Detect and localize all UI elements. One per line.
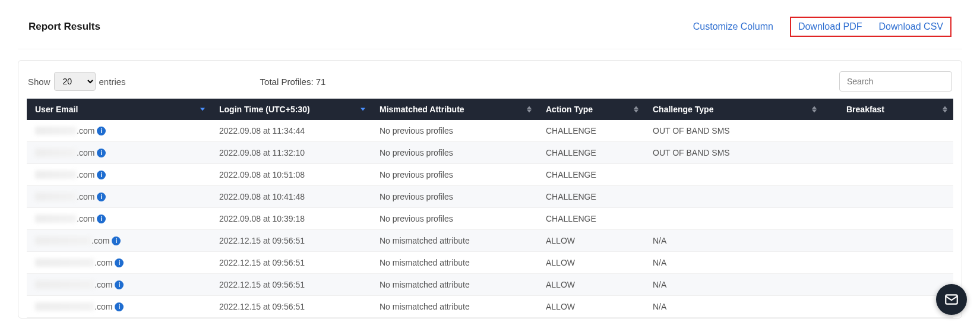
info-icon[interactable]: i	[115, 258, 124, 267]
cell-action-type: CHALLENGE	[538, 120, 644, 142]
cell-email: .comi	[27, 186, 211, 208]
redacted-email-prefix	[35, 171, 77, 179]
cell-mismatch: No previous profiles	[371, 120, 538, 142]
info-icon[interactable]: i	[112, 236, 121, 245]
cell-breakfast	[823, 142, 953, 164]
cell-action-type: CHALLENGE	[538, 164, 644, 186]
cell-login-time: 2022.12.15 at 09:56:51	[211, 252, 371, 274]
cell-email: .comi	[27, 230, 211, 252]
redacted-email-prefix	[35, 127, 77, 135]
header-row: Report Results Customize Column Download…	[18, 12, 962, 49]
column-header[interactable]: Login Time (UTC+5:30)	[211, 99, 371, 120]
table-row: .comi2022.09.08 at 10:51:08No previous p…	[27, 164, 953, 186]
download-pdf-link[interactable]: Download PDF	[798, 21, 862, 32]
cell-login-time: 2022.12.15 at 09:56:51	[211, 230, 371, 252]
column-label: User Email	[35, 105, 78, 114]
cell-breakfast	[823, 230, 953, 252]
cell-login-time: 2022.09.08 at 10:51:08	[211, 164, 371, 186]
cell-login-time: 2022.09.08 at 11:34:44	[211, 120, 371, 142]
cell-action-type: ALLOW	[538, 274, 644, 296]
table-row: .comi2022.09.08 at 10:41:48No previous p…	[27, 186, 953, 208]
info-icon[interactable]: i	[97, 193, 106, 201]
column-header[interactable]: Action Type	[538, 99, 644, 120]
results-card: Show 102050100 entries Total Profiles: 7…	[18, 60, 962, 318]
cell-mismatch: No mismatched attribute	[371, 230, 538, 252]
cell-login-time: 2022.09.08 at 10:39:18	[211, 208, 371, 230]
cell-mismatch: No mismatched attribute	[371, 296, 538, 318]
chat-fab-button[interactable]	[936, 284, 967, 315]
sort-icon	[634, 106, 638, 113]
email-suffix: .com	[77, 126, 94, 135]
search-input[interactable]	[839, 71, 952, 92]
cell-login-time: 2022.12.15 at 09:56:51	[211, 296, 371, 318]
download-csv-link[interactable]: Download CSV	[879, 21, 944, 32]
controls-left: Show 102050100 entries Total Profiles: 7…	[28, 72, 325, 91]
column-header[interactable]: Mismatched Attribute	[371, 99, 538, 120]
email-suffix: .com	[91, 236, 109, 245]
cell-breakfast	[823, 186, 953, 208]
cell-breakfast	[823, 296, 953, 318]
cell-action-type: CHALLENGE	[538, 186, 644, 208]
cell-action-type: ALLOW	[538, 252, 644, 274]
page-title: Report Results	[29, 21, 100, 33]
table-body: .comi2022.09.08 at 11:34:44No previous p…	[27, 120, 953, 318]
cell-login-time: 2022.09.08 at 11:32:10	[211, 142, 371, 164]
email-suffix: .com	[77, 148, 94, 157]
cell-challenge-type	[644, 208, 823, 230]
info-icon[interactable]: i	[97, 171, 106, 179]
info-icon[interactable]: i	[97, 149, 106, 157]
sort-icon	[812, 106, 817, 113]
info-icon[interactable]: i	[115, 280, 124, 289]
header-links: Customize Column Download PDF Download C…	[693, 17, 951, 37]
cell-challenge-type: N/A	[644, 274, 823, 296]
column-header[interactable]: User Email	[27, 99, 211, 120]
info-icon[interactable]: i	[115, 302, 124, 311]
cell-email: .comi	[27, 208, 211, 230]
info-icon[interactable]: i	[97, 127, 106, 135]
sort-icon	[527, 106, 532, 113]
table-row: .comi2022.09.08 at 11:32:10No previous p…	[27, 142, 953, 164]
redacted-email-prefix	[35, 258, 94, 267]
cell-email: .comi	[27, 296, 211, 318]
column-label: Challenge Type	[653, 105, 713, 114]
email-suffix: .com	[94, 302, 112, 311]
cell-email: .comi	[27, 252, 211, 274]
results-table: User EmailLogin Time (UTC+5:30)Mismatche…	[27, 99, 953, 318]
cell-action-type: CHALLENGE	[538, 142, 644, 164]
cell-challenge-type: OUT OF BAND SMS	[644, 120, 823, 142]
cell-mismatch: No mismatched attribute	[371, 274, 538, 296]
cell-challenge-type: OUT OF BAND SMS	[644, 142, 823, 164]
info-icon[interactable]: i	[97, 215, 106, 223]
cell-breakfast	[823, 252, 953, 274]
customize-column-link[interactable]: Customize Column	[693, 21, 773, 32]
redacted-email-prefix	[35, 236, 91, 245]
sort-icon	[361, 108, 365, 111]
table-row: .comi2022.12.15 at 09:56:51No mismatched…	[27, 252, 953, 274]
cell-challenge-type: N/A	[644, 252, 823, 274]
cell-action-type: CHALLENGE	[538, 208, 644, 230]
email-suffix: .com	[77, 170, 94, 179]
email-suffix: .com	[94, 258, 112, 267]
cell-mismatch: No previous profiles	[371, 164, 538, 186]
cell-mismatch: No previous profiles	[371, 142, 538, 164]
table-row: .comi2022.12.15 at 09:56:51No mismatched…	[27, 296, 953, 318]
column-label: Action Type	[546, 105, 593, 114]
email-suffix: .com	[77, 214, 94, 223]
column-label: Login Time (UTC+5:30)	[219, 105, 310, 114]
cell-login-time: 2022.09.08 at 10:41:48	[211, 186, 371, 208]
column-header[interactable]: Challenge Type	[644, 99, 823, 120]
cell-email: .comi	[27, 274, 211, 296]
cell-breakfast	[823, 274, 953, 296]
cell-action-type: ALLOW	[538, 230, 644, 252]
sort-icon	[200, 108, 205, 111]
cell-email: .comi	[27, 120, 211, 142]
cell-breakfast	[823, 120, 953, 142]
email-suffix: .com	[77, 192, 94, 201]
download-highlight-box: Download PDF Download CSV	[790, 17, 951, 37]
column-header[interactable]: Breakfast	[823, 99, 953, 120]
table-header-row: User EmailLogin Time (UTC+5:30)Mismatche…	[27, 99, 953, 120]
page-size-select[interactable]: 102050100	[54, 72, 96, 91]
show-label: Show	[28, 77, 50, 87]
cell-email: .comi	[27, 142, 211, 164]
cell-challenge-type	[644, 186, 823, 208]
